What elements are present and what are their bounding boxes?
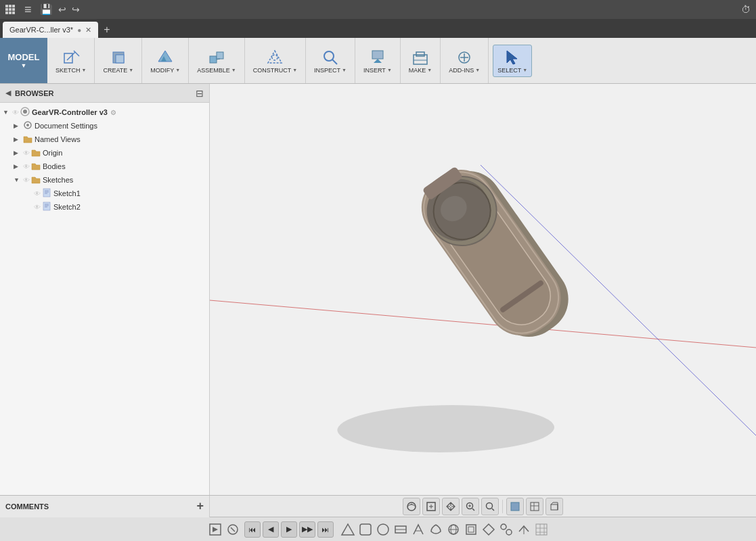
select-icon (503, 48, 522, 67)
tree-sketch1[interactable]: ▶ 👁 Sketch1 (0, 187, 209, 200)
addins-label: ADD-INS (449, 67, 474, 74)
sketch-file-icon (42, 188, 51, 199)
pan-btn[interactable] (442, 498, 460, 515)
assemble-arrow: ▼ (231, 68, 236, 72)
addins-btn[interactable]: ADD-INS ▼ (445, 45, 484, 76)
tree-named-views[interactable]: ▶ Named Views (0, 133, 209, 146)
view-icon-9 (481, 522, 496, 537)
perspective-btn[interactable] (546, 498, 563, 515)
main-area: ◀ BROWSER ⊟ ▼ 👁 GearVR-Controller v3 ⚙ ▶ (0, 84, 756, 495)
orbit-btn[interactable] (403, 498, 420, 515)
addins-group: ADD-INS ▼ (441, 38, 489, 83)
folder-icon (31, 161, 41, 172)
eye-icon[interactable]: 👁 (23, 177, 30, 184)
model-menu-btn[interactable]: MODEL ▼ (0, 38, 47, 83)
make-icon (411, 48, 430, 67)
inspect-btn[interactable]: INSPECT ▼ (310, 45, 351, 76)
grid-btn[interactable] (526, 498, 543, 515)
tree-sketch2[interactable]: ▶ 👁 Sketch2 (0, 200, 209, 214)
eye-icon[interactable]: 👁 (23, 163, 30, 170)
tree-item-name: Document Settings (35, 122, 97, 130)
eye-icon[interactable]: 👁 (34, 190, 41, 197)
modify-btn[interactable]: MODIFY ▼ (146, 45, 184, 76)
app-grid-icon[interactable] (5, 5, 16, 14)
tab-bar: GearVR-C...ller v3* ● ✕ + (0, 19, 756, 38)
svg-line-1 (74, 51, 79, 56)
make-btn[interactable]: MAKE ▼ (405, 45, 436, 76)
tree-root-item[interactable]: ▼ 👁 GearVR-Controller v3 ⚙ (0, 105, 209, 119)
display-mode-btn[interactable] (506, 498, 524, 515)
viewport-controls (210, 498, 756, 515)
svg-line-33 (210, 300, 756, 348)
assemble-btn[interactable]: ASSEMBLE ▼ (193, 45, 240, 76)
view-icon-2 (358, 522, 373, 537)
step-forward-end-btn[interactable]: ⏭ (317, 521, 334, 538)
expand-arrow-icon: ▶ (14, 136, 23, 143)
step-back-btn[interactable]: ◀ (263, 521, 279, 538)
step-forward-btn[interactable]: ▶▶ (299, 521, 315, 538)
svg-marker-69 (342, 524, 354, 535)
tab-modified: ● (77, 26, 81, 34)
view-icon-12 (534, 522, 549, 537)
eye-icon[interactable]: 👁 (23, 149, 30, 157)
playback-icons-left (208, 522, 240, 537)
save-btn[interactable]: 💾 (40, 3, 53, 16)
insert-btn[interactable]: INSERT ▼ (359, 45, 396, 76)
inspect-icon (321, 48, 340, 67)
select-btn[interactable]: SELECT ▼ (493, 45, 532, 77)
make-label: MAKE (409, 67, 426, 74)
tree-sketches[interactable]: ▼ 👁 Sketches (0, 173, 209, 187)
select-group: SELECT ▼ (489, 38, 536, 83)
separator (502, 500, 503, 513)
view-icon-1 (340, 522, 355, 537)
step-back-start-btn[interactable]: ⏮ (244, 521, 261, 538)
tab-close-btn[interactable]: ✕ (85, 26, 91, 34)
sketch-btn[interactable]: SKETCH ▼ (51, 45, 90, 76)
zoom-fit-btn[interactable] (481, 498, 499, 515)
tree-origin[interactable]: ▶ 👁 Origin (0, 146, 209, 160)
svg-rect-70 (360, 524, 371, 535)
active-tab[interactable]: GearVR-C...ller v3* ● ✕ (3, 22, 98, 38)
expand-arrow-icon: ▼ (14, 177, 23, 183)
tree-item-name: Named Views (35, 135, 81, 143)
expand-arrow-icon: ▶ (14, 122, 23, 129)
svg-rect-78 (466, 525, 476, 534)
sketch-arrow: ▼ (82, 68, 87, 72)
look-btn[interactable] (422, 498, 440, 515)
redo-btn[interactable]: ↪ (72, 4, 80, 15)
undo-btn[interactable]: ↩ (58, 4, 66, 15)
insert-label: INSERT (363, 67, 386, 74)
clock-icon: ⏱ (741, 4, 751, 15)
sidebar-collapse-btn[interactable]: ◀ (5, 89, 11, 97)
svg-point-81 (506, 530, 512, 535)
inspect-group: INSPECT ▼ (306, 38, 355, 83)
construct-btn[interactable]: CONSTRUCT ▼ (249, 45, 301, 76)
eye-icon[interactable]: 👁 (34, 204, 41, 211)
svg-rect-64 (551, 504, 558, 510)
svg-point-10 (324, 51, 334, 61)
view-icon-6 (428, 522, 443, 537)
construct-icon (265, 48, 284, 67)
inspect-arrow: ▼ (342, 68, 347, 72)
browser-options-btn[interactable]: ⊟ (196, 88, 204, 99)
assemble-icon (207, 48, 226, 67)
tree-bodies[interactable]: ▶ 👁 Bodies (0, 160, 209, 173)
create-btn[interactable]: CREATE ▼ (99, 45, 137, 76)
svg-marker-8 (268, 51, 282, 63)
play-btn[interactable]: ▶ (281, 521, 297, 538)
eye-icon[interactable]: 👁 (12, 109, 19, 116)
svg-line-49 (410, 504, 412, 505)
select-label: SELECT (497, 67, 521, 74)
svg-line-59 (492, 509, 494, 511)
folder-icon (31, 147, 41, 158)
browser-header[interactable]: ◀ BROWSER ⊟ (0, 84, 209, 103)
browser-title: BROWSER (15, 89, 192, 97)
3d-viewport[interactable] (210, 84, 756, 495)
add-tab-btn[interactable]: + (98, 22, 115, 38)
add-comment-btn[interactable]: + (196, 499, 204, 513)
file-menu-btn[interactable]: ≡ (22, 3, 35, 17)
tree-doc-settings[interactable]: ▶ Document Settings (0, 119, 209, 133)
modify-arrow: ▼ (175, 68, 180, 72)
playback-controls: ⏮ ◀ ▶ ▶▶ ⏭ (0, 517, 756, 541)
zoom-window-btn[interactable] (462, 498, 479, 515)
